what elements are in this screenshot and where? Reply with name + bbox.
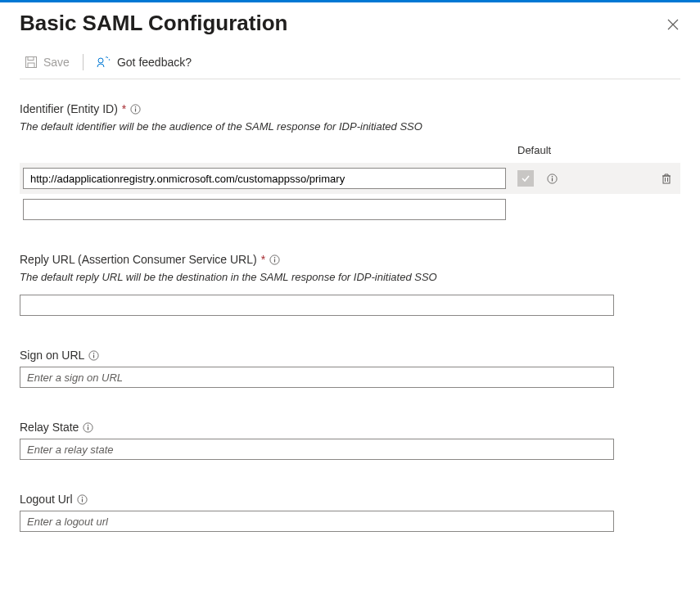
info-icon xyxy=(130,104,141,115)
identifier-section: Identifier (Entity ID) * The default ide… xyxy=(20,102,680,220)
saml-config-panel: Basic SAML Configuration Save Got feedba… xyxy=(0,2,700,584)
svg-rect-11 xyxy=(663,176,670,183)
logout-section: Logout Url xyxy=(20,493,680,532)
check-icon xyxy=(521,173,531,183)
identifier-row-2 xyxy=(20,199,680,220)
required-marker: * xyxy=(122,102,126,115)
svg-rect-0 xyxy=(26,57,37,68)
logout-label: Logout Url xyxy=(20,493,73,506)
info-icon xyxy=(83,422,93,433)
relay-state-input[interactable] xyxy=(20,439,614,460)
logout-info-button[interactable] xyxy=(77,494,88,505)
default-checkbox[interactable] xyxy=(517,170,534,187)
page-title: Basic SAML Configuration xyxy=(20,11,287,36)
reply-url-label-row: Reply URL (Assertion Consumer Service UR… xyxy=(20,253,680,266)
reply-url-section: Reply URL (Assertion Consumer Service UR… xyxy=(20,253,680,316)
svg-rect-10 xyxy=(552,178,553,181)
svg-rect-2 xyxy=(28,63,34,68)
close-icon xyxy=(667,19,679,30)
toolbar-separator xyxy=(83,54,84,70)
sign-on-label: Sign on URL xyxy=(20,349,84,362)
row-info-button[interactable] xyxy=(545,172,559,186)
logout-input[interactable] xyxy=(20,511,614,532)
info-icon xyxy=(77,494,88,505)
required-marker: * xyxy=(261,253,265,266)
svg-point-13 xyxy=(274,257,276,259)
sign-on-input[interactable] xyxy=(20,367,614,388)
reply-url-info-button[interactable] xyxy=(269,254,280,265)
sign-on-label-row: Sign on URL xyxy=(20,349,680,362)
info-icon xyxy=(547,173,558,184)
reply-url-input[interactable] xyxy=(20,295,614,316)
svg-rect-14 xyxy=(274,259,275,262)
svg-point-9 xyxy=(552,176,553,178)
svg-rect-7 xyxy=(135,108,136,111)
identifier-input-2[interactable] xyxy=(23,199,506,220)
svg-rect-1 xyxy=(28,57,34,61)
info-icon xyxy=(88,350,99,361)
logout-label-row: Logout Url xyxy=(20,493,680,506)
svg-point-22 xyxy=(81,497,83,498)
trash-icon xyxy=(661,173,672,184)
save-button[interactable]: Save xyxy=(20,54,75,70)
svg-point-19 xyxy=(88,425,89,426)
relay-state-section: Relay State xyxy=(20,421,680,460)
svg-point-3 xyxy=(98,58,103,63)
identifier-info-button[interactable] xyxy=(130,104,141,115)
feedback-button[interactable]: Got feedback? xyxy=(92,54,196,70)
save-icon xyxy=(25,56,38,69)
sign-on-section: Sign on URL xyxy=(20,349,680,388)
identifier-label: Identifier (Entity ID) xyxy=(20,102,118,115)
reply-url-label: Reply URL (Assertion Consumer Service UR… xyxy=(20,253,257,266)
svg-rect-20 xyxy=(88,426,88,430)
default-column-header: Default xyxy=(517,144,680,156)
toolbar: Save Got feedback? xyxy=(20,54,680,79)
relay-state-label: Relay State xyxy=(20,421,79,434)
identifier-input-1[interactable] xyxy=(23,168,506,189)
relay-state-info-button[interactable] xyxy=(83,422,93,433)
feedback-label: Got feedback? xyxy=(117,56,192,69)
identifier-label-row: Identifier (Entity ID) * xyxy=(20,102,680,115)
close-button[interactable] xyxy=(662,14,684,35)
info-icon xyxy=(269,254,280,265)
identifier-row-1 xyxy=(20,163,680,194)
feedback-icon xyxy=(97,56,111,69)
svg-point-4 xyxy=(109,59,111,61)
svg-rect-17 xyxy=(93,354,94,358)
reply-url-help: The default reply URL will be the destin… xyxy=(20,271,680,283)
svg-point-16 xyxy=(93,353,95,354)
svg-rect-23 xyxy=(81,498,82,502)
svg-point-6 xyxy=(135,106,137,108)
sign-on-info-button[interactable] xyxy=(88,350,99,361)
save-label: Save xyxy=(43,56,70,69)
relay-state-label-row: Relay State xyxy=(20,421,680,434)
delete-row-button[interactable] xyxy=(659,171,674,186)
header-row: Basic SAML Configuration xyxy=(20,11,680,36)
identifier-help: The default identifier will be the audie… xyxy=(20,120,680,133)
